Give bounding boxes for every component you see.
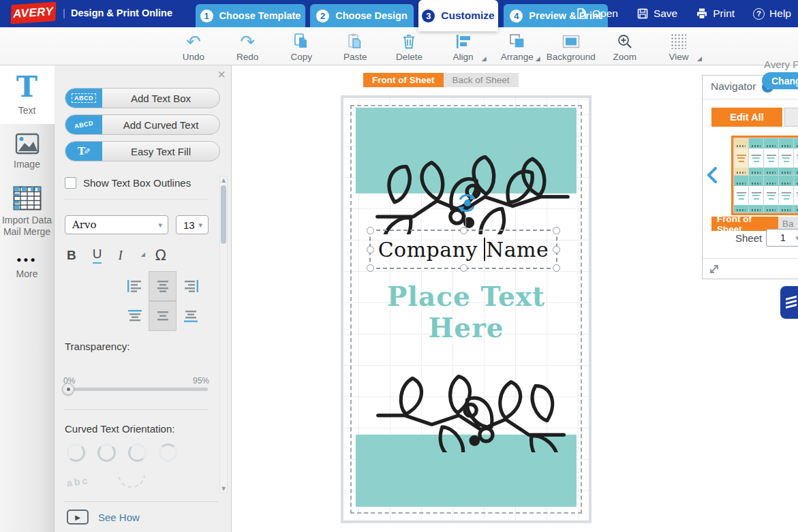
valign-middle-button[interactable]: [149, 301, 177, 331]
copy-button[interactable]: Copy: [277, 30, 326, 64]
resize-handle-e[interactable]: [553, 246, 560, 253]
curve-option-4[interactable]: [159, 443, 177, 462]
close-icon[interactable]: ×: [217, 67, 226, 82]
toolbar-items: ↶ Undo ↷ Redo Copy Paste: [169, 30, 703, 64]
bold-button[interactable]: B: [67, 248, 76, 263]
valign-top-button[interactable]: [121, 301, 149, 331]
valign-middle-icon: [155, 309, 171, 323]
dotted-divider: [65, 501, 218, 502]
chevron-down-icon: ▾: [198, 221, 208, 230]
chevron-left-icon[interactable]: [707, 166, 718, 184]
edit-all-button[interactable]: Edit All: [711, 108, 782, 127]
delete-button[interactable]: Delete: [384, 30, 433, 64]
text-icon: T: [16, 74, 37, 101]
transparency-slider-thumb[interactable]: [62, 383, 74, 395]
tab-choose-template[interactable]: 1 Choose Template: [196, 4, 305, 27]
tab-customize-active[interactable]: 3 Customize: [418, 0, 498, 31]
background-button[interactable]: Background: [547, 30, 596, 64]
front-of-sheet-tab[interactable]: Front of Sheet: [363, 73, 444, 87]
sheet-side-tabs: Front of Sheet Back of Sheet: [363, 73, 519, 87]
tab-choose-design[interactable]: 2 Choose Design: [310, 4, 414, 27]
view-button[interactable]: View ◢: [654, 30, 703, 64]
arrange-button[interactable]: Arrange ◢: [493, 30, 542, 64]
paste-button[interactable]: Paste: [331, 30, 380, 64]
font-size-select[interactable]: 13 ▾: [176, 215, 209, 234]
resize-handle-sw[interactable]: [367, 264, 374, 272]
resize-handle-ne[interactable]: [553, 227, 560, 234]
sidebar-item-more[interactable]: ●●● More: [0, 245, 54, 289]
resize-handle-se[interactable]: [553, 264, 560, 272]
align-center-button[interactable]: [149, 271, 177, 301]
sheet-label: Sheet: [735, 232, 762, 244]
resize-handle-nw[interactable]: [367, 227, 374, 234]
easy-text-fill-button[interactable]: T✎ Easy Text Fill: [65, 141, 220, 161]
easy-text-fill-icon: T✎: [65, 142, 102, 161]
open-button[interactable]: Open: [575, 7, 618, 20]
valign-bottom-button[interactable]: [177, 301, 204, 331]
curve-option-arc[interactable]: [118, 475, 145, 488]
undo-icon: ↶: [186, 32, 201, 50]
resize-handle-s[interactable]: [460, 264, 467, 272]
add-curved-text-button[interactable]: ABCD Add Curved Text: [65, 114, 220, 135]
curve-option-1[interactable]: [67, 443, 85, 462]
align-button[interactable]: Align ◢: [439, 30, 488, 64]
sidebar-item-text[interactable]: T Text: [0, 65, 55, 124]
resize-icon[interactable]: [708, 263, 720, 275]
place-text-here-text[interactable]: Place Text Here: [343, 281, 589, 343]
navigator-thumb-cell[interactable]: [749, 138, 763, 175]
help-button[interactable]: ? Help: [753, 7, 791, 20]
align-right-button[interactable]: [177, 271, 204, 301]
navigator-thumb-cell[interactable]: [764, 176, 778, 213]
font-family-select[interactable]: Arvo ▾: [65, 215, 168, 234]
navigator-thumb-cell[interactable]: [794, 138, 798, 175]
transparency-max-label: 95%: [193, 376, 209, 386]
redo-button[interactable]: ↷ Redo: [223, 30, 272, 64]
design-canvas[interactable]: CompanyName Place Text Here: [341, 95, 592, 523]
special-characters-button[interactable]: Ω: [155, 247, 166, 264]
valign-bottom-icon: [183, 309, 199, 323]
align-left-button[interactable]: [121, 271, 149, 301]
edit-one-button-partial[interactable]: [784, 108, 798, 127]
italic-button[interactable]: I: [118, 248, 122, 263]
resize-handle-n[interactable]: [460, 227, 467, 234]
feedback-tab[interactable]: [780, 286, 798, 319]
undo-button[interactable]: ↶ Undo: [169, 30, 218, 64]
transparency-slider[interactable]: [65, 388, 208, 391]
navigator-thumb-cell[interactable]: [779, 176, 793, 213]
back-of-sheet-tab[interactable]: Back of Sheet: [444, 73, 519, 87]
navigator-title: Navigator: [711, 80, 756, 93]
see-how-button[interactable]: ▶ See How: [67, 510, 140, 525]
scroll-up-icon[interactable]: ▲: [220, 177, 227, 183]
text-caret: [484, 238, 485, 261]
navigator-thumb-cell[interactable]: [764, 138, 778, 175]
show-outlines-checkbox[interactable]: [65, 177, 76, 189]
navigator-thumb-cell[interactable]: [734, 176, 748, 213]
navigator-thumb-cell[interactable]: [779, 138, 793, 175]
curve-option-3[interactable]: [128, 443, 147, 462]
company-name-textbox[interactable]: CompanyName: [369, 230, 557, 269]
panel-scrollbar[interactable]: ▲ ▼: [219, 176, 228, 493]
navigator-thumb-cell[interactable]: [749, 176, 763, 213]
add-text-box-button[interactable]: ABCD Add Text Box: [65, 88, 220, 108]
change-button[interactable]: Change: [762, 72, 798, 89]
sheet-number-select[interactable]: 1 ▾: [766, 229, 798, 247]
sidebar-item-import-data[interactable]: Import Data Mail Merge: [0, 178, 54, 245]
navigator-sheet-thumbnail[interactable]: [731, 136, 798, 215]
navigator-thumb-cell[interactable]: [794, 176, 798, 213]
company-name-text: CompanyName: [378, 238, 549, 262]
curve-option-2[interactable]: [97, 443, 116, 462]
scrollbar-thumb[interactable]: [221, 185, 226, 244]
underline-button[interactable]: U: [93, 247, 102, 264]
open-icon: [575, 7, 587, 20]
save-button[interactable]: Save: [636, 7, 677, 20]
resize-handle-w[interactable]: [367, 246, 374, 253]
zoom-button[interactable]: Zoom: [600, 30, 649, 64]
scroll-down-icon[interactable]: ▼: [220, 486, 227, 492]
print-button[interactable]: Print: [696, 7, 735, 20]
navigator-thumb-cell[interactable]: [734, 138, 748, 175]
rotate-handle-icon[interactable]: [455, 191, 479, 215]
avery-logo[interactable]: AVERY: [11, 2, 57, 25]
branch-illustration-bottom[interactable]: [375, 375, 569, 452]
curve-option-abc[interactable]: abc: [66, 475, 90, 488]
sidebar-item-image[interactable]: Image: [0, 124, 54, 178]
